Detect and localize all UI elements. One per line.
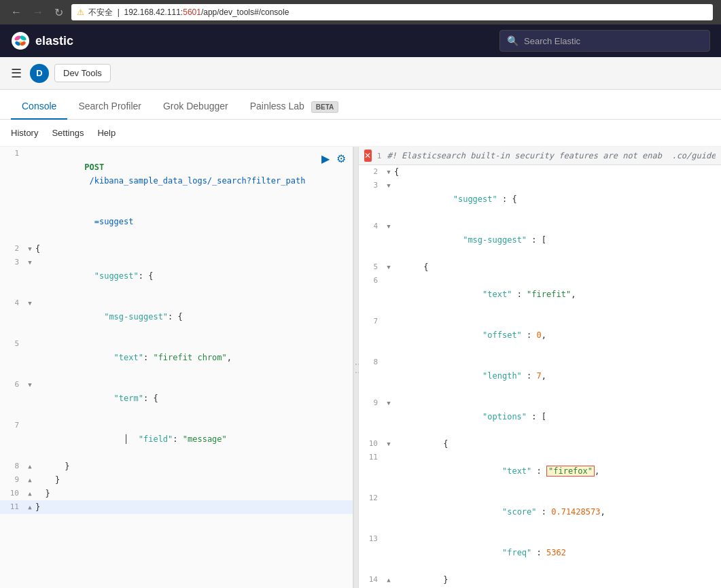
avatar[interactable]: D bbox=[30, 64, 49, 83]
output-line-8: 8 "length" : 7, bbox=[359, 356, 721, 396]
editor-line-11: 11 ▲ } bbox=[0, 500, 353, 514]
firefox-highlight: "firefox" bbox=[546, 466, 595, 477]
tab-search-profiler[interactable]: Search Profiler bbox=[67, 94, 152, 120]
output-line-num: 1 bbox=[377, 152, 382, 160]
address-bar[interactable]: ⚠ 不安全 | 192.168.42.111:5601/app/dev_tool… bbox=[71, 4, 713, 20]
run-button[interactable]: ▶ bbox=[320, 151, 331, 167]
editor-line-3: 3 ▼ "suggest": { bbox=[0, 256, 353, 296]
editor-line-2: 2 ▼ { bbox=[0, 242, 353, 256]
output-header: ✕ 1 #! Elasticsearch built-in security f… bbox=[359, 147, 721, 165]
main-content: 1 POST /kibana_sample_data_logs/_search?… bbox=[0, 147, 721, 588]
editor-panel: 1 POST /kibana_sample_data_logs/_search?… bbox=[0, 147, 353, 588]
subnav-history[interactable]: History bbox=[11, 125, 38, 141]
output-line-6: 6 "text" : "firefit", bbox=[359, 274, 721, 315]
editor-line-1: 1 POST /kibana_sample_data_logs/_search?… bbox=[0, 147, 353, 201]
kibana-header: elastic 🔍 Search Elastic bbox=[0, 24, 721, 57]
logo-text: elastic bbox=[35, 34, 73, 48]
editor-line-6: 6 ▼ "term": { bbox=[0, 378, 353, 419]
elastic-logo[interactable]: elastic bbox=[11, 31, 73, 50]
output-line-11: 11 "text" : "firefox", bbox=[359, 451, 721, 491]
editor-line-1b: =suggest bbox=[0, 201, 353, 242]
browser-chrome: ← → ↻ ⚠ 不安全 | 192.168.42.111:5601/app/de… bbox=[0, 0, 721, 24]
forward-button[interactable]: → bbox=[30, 5, 46, 20]
output-line-9: 9 ▼ "options" : [ bbox=[359, 396, 721, 437]
http-path: /kibana_sample_data_logs/_search?filter_… bbox=[84, 176, 305, 186]
output-line-5: 5 ▼ { bbox=[359, 260, 721, 274]
sub-nav: History Settings Help bbox=[0, 120, 721, 147]
address-text: 不安全 | 192.168.42.111:5601/app/dev_tools#… bbox=[88, 7, 289, 18]
hamburger-button[interactable]: ☰ bbox=[8, 63, 24, 84]
output-panel: ✕ 1 #! Elasticsearch built-in security f… bbox=[359, 147, 721, 588]
subnav-settings[interactable]: Settings bbox=[52, 125, 84, 141]
tools-button[interactable]: ⚙ bbox=[335, 151, 347, 167]
output-code-area[interactable]: 2 ▼ { 3 ▼ "suggest" : { 4 ▼ "msg-suggest… bbox=[359, 165, 721, 588]
search-placeholder: Search Elastic bbox=[524, 36, 580, 46]
output-line-13: 13 "freq" : 5362 bbox=[359, 532, 721, 573]
editor-code-area[interactable]: 1 POST /kibana_sample_data_logs/_search?… bbox=[0, 147, 353, 588]
tab-painless-lab[interactable]: Painless Lab BETA bbox=[239, 94, 350, 120]
output-line-2: 2 ▼ { bbox=[359, 165, 721, 179]
http-method: POST bbox=[84, 162, 104, 172]
reload-button[interactable]: ↻ bbox=[52, 5, 66, 20]
output-line-3: 3 ▼ "suggest" : { bbox=[359, 179, 721, 220]
dev-tools-button[interactable]: Dev Tools bbox=[54, 64, 111, 82]
editor-line-10: 10 ▲ } bbox=[0, 487, 353, 500]
tab-bar: Console Search Profiler Grok Debugger Pa… bbox=[0, 90, 721, 120]
search-bar[interactable]: 🔍 Search Elastic bbox=[499, 30, 710, 52]
editor-actions: ▶ ⚙ bbox=[320, 151, 347, 167]
output-line-14: 14 ▲ } bbox=[359, 573, 721, 587]
svg-point-0 bbox=[12, 32, 29, 50]
subnav-help[interactable]: Help bbox=[97, 125, 116, 141]
beta-badge: BETA bbox=[311, 101, 338, 113]
editor-line-7: 7 │ "field": "message" bbox=[0, 419, 353, 460]
tab-console[interactable]: Console bbox=[11, 94, 67, 120]
output-line-10: 10 ▼ { bbox=[359, 437, 721, 451]
tab-grok-debugger[interactable]: Grok Debugger bbox=[152, 94, 239, 120]
search-icon: 🔍 bbox=[507, 35, 518, 46]
output-line-4: 4 ▼ "msg-suggest" : [ bbox=[359, 220, 721, 260]
warning-banner: #! Elasticsearch built-in security featu… bbox=[387, 151, 716, 160]
editor-line-4: 4 ▼ "msg-suggest": { bbox=[0, 296, 353, 337]
editor-line-8: 8 ▲ } bbox=[0, 460, 353, 473]
panel-divider[interactable]: ⋮⋮ bbox=[353, 147, 359, 588]
editor-line-9: 9 ▲ } bbox=[0, 473, 353, 487]
security-warning-icon: ⚠ bbox=[77, 7, 84, 17]
output-line-7: 7 "offset" : 0, bbox=[359, 315, 721, 356]
back-button[interactable]: ← bbox=[8, 5, 24, 20]
toolbar: ☰ D Dev Tools bbox=[0, 57, 721, 90]
close-output-button[interactable]: ✕ bbox=[364, 150, 372, 162]
editor-line-5: 5 "text": "firefit chrom", bbox=[0, 337, 353, 378]
output-line-12: 12 "score" : 0.71428573, bbox=[359, 491, 721, 532]
